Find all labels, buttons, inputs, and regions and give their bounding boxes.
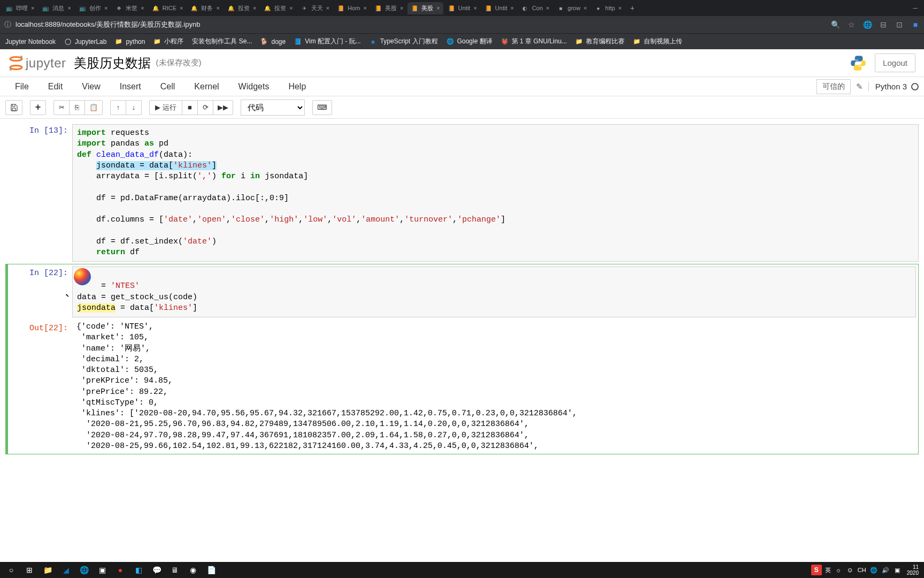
bookmark-item[interactable]: 🌐Google 翻译: [446, 37, 492, 46]
restart-button[interactable]: ⟳: [197, 100, 213, 115]
notebook-body: In [13]: import requests import pandas a…: [0, 119, 924, 454]
browser-tab[interactable]: 📙Untit×: [481, 2, 517, 14]
notebook-title[interactable]: 美股历史数据: [74, 55, 151, 72]
bookmark-item[interactable]: 📁自制视频上传: [633, 37, 682, 46]
close-icon[interactable]: ×: [253, 5, 256, 11]
bookmark-item[interactable]: 📁教育编程比赛: [575, 37, 625, 46]
bookmark-item[interactable]: ◯JupyterLab: [64, 38, 106, 45]
menu-insert[interactable]: Insert: [110, 79, 151, 95]
code-input[interactable]: = 'NTES' data = get_stock_us(code) jsond…: [72, 267, 916, 317]
kernel-status[interactable]: Python 3: [868, 82, 919, 91]
bookmark-item[interactable]: 📁python: [115, 38, 145, 45]
menu-edit[interactable]: Edit: [38, 79, 73, 95]
browser-tab[interactable]: ❖米筐×: [112, 2, 147, 14]
code-input[interactable]: import requests import pandas as pd def …: [72, 124, 919, 262]
bookmark-item[interactable]: 安装包制作工具 Se...: [192, 37, 252, 46]
browser-tab[interactable]: 🔔投资×: [260, 2, 296, 14]
add-cell-button[interactable]: +: [30, 100, 46, 115]
close-icon[interactable]: ×: [104, 5, 107, 11]
menu-file[interactable]: File: [5, 79, 38, 95]
star-icon[interactable]: ☆: [847, 20, 856, 29]
code-cell-selected[interactable]: In [22]: = 'NTES' data = get_stock_us(co…: [5, 264, 919, 454]
interrupt-button[interactable]: ■: [182, 100, 198, 115]
browser-tab[interactable]: 📺哔哩×: [2, 2, 37, 14]
vim-icon: 📘: [294, 38, 302, 45]
tab-favicon: 🔔: [264, 4, 271, 12]
svg-point-3: [10, 69, 12, 71]
menu-widgets[interactable]: Widgets: [229, 79, 279, 95]
unsaved-indicator: (未保存改变): [156, 58, 202, 68]
close-icon[interactable]: ×: [326, 5, 329, 11]
bookmark-item[interactable]: 👹第 1 章 GNU/Linu...: [501, 37, 567, 46]
move-down-button[interactable]: ↓: [126, 100, 142, 115]
close-icon[interactable]: ×: [67, 5, 71, 11]
bookmark-item[interactable]: 📁小程序: [153, 37, 183, 46]
menu-help[interactable]: Help: [279, 79, 315, 95]
close-icon[interactable]: ×: [436, 5, 440, 11]
copy-button[interactable]: ⎘: [69, 100, 85, 115]
browser-tab[interactable]: 📺创作×: [75, 2, 111, 14]
translate-icon[interactable]: 🌐: [863, 20, 872, 29]
trusted-button[interactable]: 可信的: [817, 79, 851, 94]
folder-icon: 📁: [575, 38, 583, 45]
doge-icon: 🐕: [260, 38, 268, 45]
browser-tab[interactable]: ●http×: [591, 2, 625, 14]
close-icon[interactable]: ×: [473, 5, 476, 11]
browser-tab[interactable]: 📺消息×: [38, 2, 74, 14]
bookmark-item[interactable]: ■TypeScript 入门教程: [369, 37, 438, 46]
tab-favicon: 📺: [42, 4, 49, 12]
close-icon[interactable]: ×: [546, 5, 549, 11]
paste-button[interactable]: 📋: [84, 100, 103, 115]
browser-tab[interactable]: 🔔投资×: [224, 2, 259, 14]
run-button[interactable]: ▶运行: [149, 100, 182, 115]
cell-type-select[interactable]: 代码: [241, 100, 305, 116]
browser-tab[interactable]: 📙Hom×: [334, 2, 370, 14]
jupyter-icon: ◯: [64, 38, 72, 45]
close-icon[interactable]: ×: [141, 5, 144, 11]
command-palette-button[interactable]: ⌨: [312, 100, 332, 115]
close-icon[interactable]: ×: [289, 5, 292, 11]
browser-tab[interactable]: 📙美股×: [371, 2, 406, 14]
info-icon[interactable]: ⓘ: [4, 20, 11, 29]
new-tab-button[interactable]: +: [626, 4, 639, 12]
tab-favicon: ✈: [301, 4, 308, 12]
menu-view[interactable]: View: [72, 79, 110, 95]
browser-tab[interactable]: 🔔财务×: [187, 2, 222, 14]
browser-tab[interactable]: ■grow×: [554, 2, 590, 14]
browser-tab[interactable]: 🔔RICE×: [149, 2, 187, 14]
close-icon[interactable]: ×: [583, 5, 587, 11]
extension-icon[interactable]: ■: [911, 20, 920, 29]
close-icon[interactable]: ×: [618, 5, 621, 11]
extension-icon[interactable]: ⊡: [895, 20, 904, 29]
restart-run-button[interactable]: ▶▶: [213, 100, 233, 115]
browser-tab[interactable]: ◐Con×: [518, 2, 553, 14]
cut-button[interactable]: ✂: [53, 100, 70, 115]
browser-tab-active[interactable]: 📙美股×: [407, 2, 443, 14]
search-icon[interactable]: 🔍: [831, 20, 840, 29]
logout-button[interactable]: Logout: [875, 54, 915, 72]
url-input[interactable]: localhost:8889/notebooks/美股行情数据/美股历史数据.i…: [16, 20, 831, 29]
tab-favicon: ●: [595, 4, 602, 12]
close-icon[interactable]: ×: [180, 5, 183, 11]
menu-kernel[interactable]: Kernel: [184, 79, 228, 95]
close-icon[interactable]: ×: [510, 5, 513, 11]
minimize-icon[interactable]: ─: [913, 4, 918, 12]
close-icon[interactable]: ×: [31, 5, 34, 11]
close-icon[interactable]: ×: [363, 5, 366, 11]
menu-cell[interactable]: Cell: [151, 79, 185, 95]
bookmark-item[interactable]: 🐕doge: [260, 38, 286, 45]
browser-tab[interactable]: ✈天天×: [297, 2, 333, 14]
extension-icon[interactable]: ⊟: [879, 20, 888, 29]
jupyter-logo[interactable]: jupyter: [9, 55, 66, 72]
close-icon[interactable]: ×: [400, 5, 403, 11]
save-button[interactable]: [5, 100, 22, 115]
bookmark-item[interactable]: 📘Vim 配置入门 - 阮...: [294, 37, 360, 46]
code-cell[interactable]: In [13]: import requests import pandas a…: [5, 124, 919, 262]
browser-tab[interactable]: 📙Untit×: [444, 2, 480, 14]
tab-favicon: 🔔: [152, 4, 159, 12]
edit-icon[interactable]: ✎: [856, 82, 863, 92]
close-icon[interactable]: ×: [216, 5, 219, 11]
bookmark-item[interactable]: Jupyter Notebook: [5, 38, 56, 45]
move-up-button[interactable]: ↑: [110, 100, 126, 115]
input-prompt: In [13]:: [5, 124, 72, 262]
